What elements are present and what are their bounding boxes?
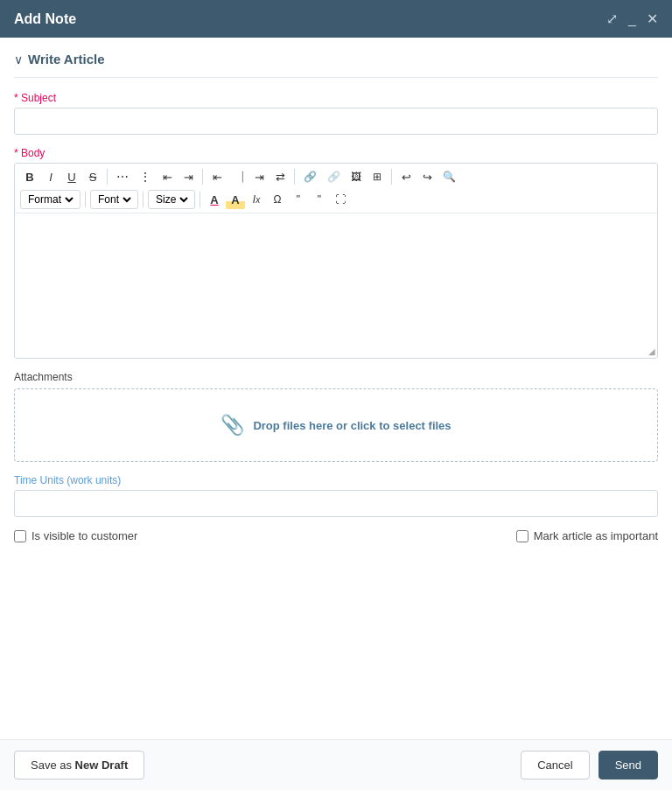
toolbar-sep-2	[202, 169, 203, 185]
editor-toolbar: B I U S ⋯ ⋮ ⇤ ⇥ ⇤ ⎹ ⇥ ⇄	[15, 164, 657, 213]
toolbar-row-1: B I U S ⋯ ⋮ ⇤ ⇥ ⇤ ⎹ ⇥ ⇄	[20, 167, 652, 186]
mark-important-label: Mark article as important	[534, 529, 658, 542]
section-title: Write Article	[28, 52, 105, 66]
align-center-button[interactable]: ⎹	[228, 167, 248, 186]
cancel-button[interactable]: Cancel	[521, 751, 589, 780]
table-button[interactable]: ⊞	[368, 167, 387, 186]
size-select[interactable]: Size	[152, 192, 191, 206]
body-field-group: * Body B I U S ⋯ ⋮ ⇤ ⇥ ⇤	[14, 147, 658, 359]
add-note-modal: Add Note ⤢ _ ✕ ∨ Write Article * Subject…	[0, 0, 672, 790]
toolbar-row-2: Format Font Size	[20, 190, 652, 209]
undo-button[interactable]: ↩	[396, 167, 416, 186]
toolbar-sep-1	[107, 169, 108, 185]
footer-left: Save as New Draft	[14, 751, 144, 780]
time-units-section: Time Units (work units)	[14, 474, 658, 517]
size-select-wrapper[interactable]: Size	[148, 190, 195, 209]
toolbar-sep-4	[391, 169, 392, 185]
mark-important-checkbox[interactable]	[516, 530, 528, 542]
clear-format-button[interactable]: Ix	[247, 190, 266, 209]
ordered-list-button[interactable]: ⋯	[112, 167, 133, 186]
underline-button[interactable]: U	[62, 167, 81, 186]
search-button[interactable]: 🔍	[438, 167, 460, 186]
checkboxes-row: Is visible to customer Mark article as i…	[14, 529, 658, 542]
indent-increase-button[interactable]: ⇥	[178, 167, 198, 186]
toolbar-sep-3	[294, 169, 295, 185]
font-color-button[interactable]: A	[205, 190, 224, 209]
editor-resize-handle: ◢	[15, 345, 657, 358]
body-label: * Body	[14, 147, 658, 159]
subject-label: * Subject	[14, 92, 658, 104]
editor-area[interactable]	[15, 213, 657, 345]
editor-container: B I U S ⋯ ⋮ ⇤ ⇥ ⇤ ⎹ ⇥ ⇄	[14, 163, 658, 359]
link-button[interactable]: 🔗	[299, 167, 321, 186]
save-draft-button[interactable]: Save as New Draft	[14, 751, 144, 780]
expand-button[interactable]: ⤢	[606, 10, 618, 27]
minimize-button[interactable]: _	[628, 11, 636, 27]
font-select[interactable]: Font	[94, 192, 134, 206]
align-left-button[interactable]: ⇤	[207, 167, 227, 186]
toolbar-sep-7	[200, 192, 200, 207]
toolbar-sep-5	[85, 192, 86, 207]
attachments-section: Attachments 📎 Drop files here or click t…	[14, 371, 658, 462]
visible-customer-checkbox[interactable]	[14, 530, 26, 542]
fullscreen-button[interactable]: ⛶	[331, 190, 350, 209]
footer-right: Cancel Send	[521, 751, 658, 780]
bold-button[interactable]: B	[20, 167, 39, 186]
section-header: ∨ Write Article	[14, 52, 658, 78]
image-button[interactable]: 🖼	[346, 167, 366, 186]
modal-body: ∨ Write Article * Subject * Body B I U S	[0, 38, 672, 739]
modal-footer: Save as New Draft Cancel Send	[0, 739, 672, 790]
quote-button[interactable]: "	[289, 190, 308, 209]
toolbar-sep-6	[143, 192, 144, 207]
send-button[interactable]: Send	[598, 751, 658, 780]
file-drop-zone[interactable]: 📎 Drop files here or click to select fil…	[14, 388, 658, 462]
align-justify-button[interactable]: ⇄	[270, 167, 290, 186]
indent-decrease-button[interactable]: ⇤	[158, 167, 177, 186]
unlink-button[interactable]: 🔗	[323, 167, 345, 186]
close-button[interactable]: ✕	[647, 10, 658, 27]
format-select-wrapper[interactable]: Format	[20, 190, 80, 209]
drop-zone-text: Drop files here or click to select files	[253, 419, 451, 432]
paperclip-icon: 📎	[220, 414, 244, 437]
redo-button[interactable]: ↪	[417, 167, 437, 186]
attachments-label: Attachments	[14, 371, 658, 383]
modal-title: Add Note	[14, 11, 76, 27]
header-actions: ⤢ _ ✕	[606, 10, 658, 27]
italic-button[interactable]: I	[41, 167, 60, 186]
unordered-list-button[interactable]: ⋮	[135, 167, 156, 186]
modal-header: Add Note ⤢ _ ✕	[0, 0, 672, 38]
subject-field-group: * Subject	[14, 92, 658, 135]
visible-customer-group: Is visible to customer	[14, 529, 137, 542]
time-units-label: Time Units (work units)	[14, 474, 658, 486]
mark-important-group: Mark article as important	[516, 529, 658, 542]
special-char-button[interactable]: Ω	[268, 190, 287, 209]
subject-input[interactable]	[14, 108, 658, 135]
highlight-color-button[interactable]: A	[226, 190, 245, 209]
blockquote-button[interactable]: "	[310, 190, 329, 209]
strikethrough-button[interactable]: S	[83, 167, 102, 186]
chevron-icon: ∨	[14, 52, 23, 66]
resize-icon: ◢	[647, 345, 657, 358]
format-select[interactable]: Format	[24, 192, 76, 206]
time-units-input[interactable]	[14, 490, 658, 517]
visible-customer-label: Is visible to customer	[32, 529, 137, 542]
align-right-button[interactable]: ⇥	[249, 167, 269, 186]
font-select-wrapper[interactable]: Font	[90, 190, 138, 209]
